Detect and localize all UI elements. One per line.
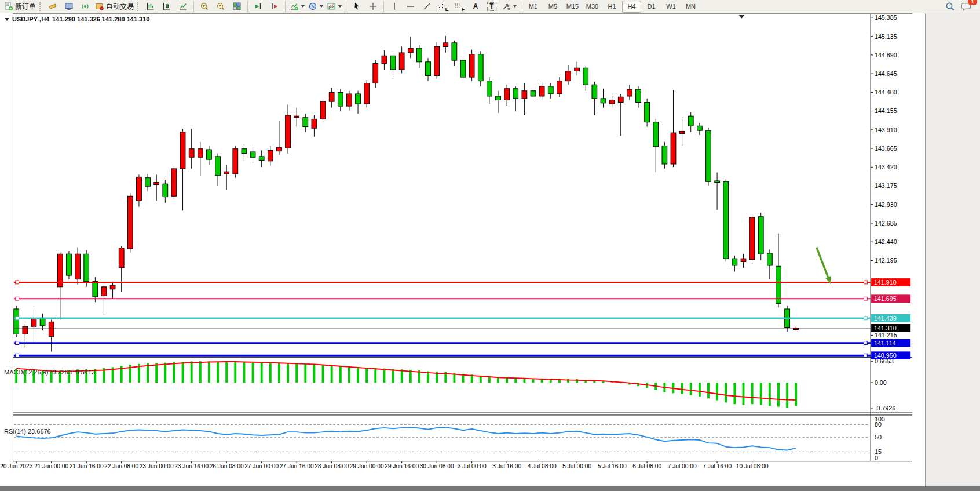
line-anchor[interactable]	[864, 317, 867, 320]
line-anchor[interactable]	[16, 317, 19, 320]
date-label[interactable]: 23 Jun 00:00	[140, 463, 174, 470]
new-order-button[interactable]: 新订单	[2, 0, 38, 13]
date-label[interactable]: 6 Jul 08:00	[632, 463, 661, 470]
timeframe-d1[interactable]: D1	[642, 1, 661, 13]
periods-button[interactable]	[306, 0, 325, 13]
timeframe-m15[interactable]: M15	[563, 1, 582, 13]
date-label[interactable]: 29 Jun 16:00	[385, 463, 419, 470]
indicators-button[interactable]	[288, 0, 306, 13]
date-label[interactable]: 10 Jul 08:00	[736, 463, 769, 470]
candle	[741, 254, 746, 268]
arrow-annotation[interactable]	[817, 248, 831, 284]
timeframe-m5[interactable]: M5	[543, 1, 562, 13]
crosshair-tool-button[interactable]	[365, 0, 381, 13]
date-label[interactable]: 30 Jun 08:00	[420, 463, 454, 470]
candle-body	[242, 149, 247, 154]
date-label[interactable]: 23 Jun 16:00	[174, 463, 209, 470]
candle-body	[566, 71, 571, 81]
line-anchor[interactable]	[16, 297, 19, 300]
hline-140950[interactable]: 140.950	[14, 351, 910, 359]
line-anchor[interactable]	[864, 281, 867, 284]
hline-141114[interactable]: 141.114	[14, 339, 910, 347]
line-anchor[interactable]	[864, 354, 867, 357]
candle-body	[163, 184, 168, 197]
macd-histogram-bar	[191, 361, 193, 383]
trendline-tool-button[interactable]	[419, 0, 435, 13]
arrows-tool-button[interactable]	[500, 0, 518, 13]
templates-button[interactable]	[325, 0, 343, 13]
date-label[interactable]: 27 Jun 16:00	[280, 463, 314, 470]
hline-tool-button[interactable]	[403, 0, 419, 13]
timeframe-m30[interactable]: M30	[583, 1, 602, 13]
tile-windows-icon	[232, 2, 242, 11]
date-label[interactable]: 27 Jun 00:00	[244, 463, 279, 470]
candle	[627, 85, 632, 100]
candle-body	[84, 254, 89, 281]
vline-tool-button[interactable]	[386, 0, 403, 13]
cursor-tool-button[interactable]	[349, 0, 365, 13]
chart-canvas[interactable]: 141.910141.695141.439141.310141.114140.9…	[0, 13, 925, 486]
line-anchor[interactable]	[16, 341, 19, 345]
timeframe-w1[interactable]: W1	[661, 1, 681, 13]
date-label[interactable]: 3 Jul 16:00	[492, 463, 521, 470]
timeframe-m1[interactable]: M1	[524, 1, 543, 13]
tile-windows-button[interactable]	[229, 0, 245, 13]
channel-tool-button[interactable]: E	[435, 0, 451, 13]
date-label[interactable]: 21 Jun 00:00	[34, 463, 68, 470]
timeframe-h4[interactable]: H4	[622, 1, 641, 13]
date-label[interactable]: 26 Jun 08:00	[210, 463, 244, 470]
styler-button[interactable]	[45, 0, 61, 13]
macd-histogram-bar	[725, 383, 727, 402]
bar-chart-mode-button[interactable]	[142, 0, 159, 13]
line-anchor[interactable]	[16, 281, 19, 284]
timeframe-mn[interactable]: MN	[681, 1, 700, 13]
line-chart-mode-button[interactable]	[175, 0, 191, 13]
date-label[interactable]: 28 Jun 08:00	[315, 463, 349, 470]
date-label[interactable]: 3 Jul 00:00	[458, 463, 487, 470]
line-anchor[interactable]	[16, 354, 19, 357]
macd-layer	[15, 361, 797, 408]
label-tool-button[interactable]: T	[484, 0, 500, 13]
hline-141439[interactable]: 141.439	[14, 314, 910, 322]
toolbar-grip	[39, 2, 43, 11]
candle	[426, 58, 431, 81]
chart-shift-button[interactable]	[266, 0, 283, 13]
candle-body	[320, 101, 326, 119]
macd-histogram-bar	[707, 383, 710, 398]
candle	[312, 115, 317, 137]
fibonacci-icon	[454, 2, 462, 11]
auto-scroll-button[interactable]	[250, 0, 266, 13]
search-button[interactable]	[942, 0, 958, 13]
line-anchor[interactable]	[864, 297, 867, 300]
date-label[interactable]: 7 Jul 00:00	[668, 463, 697, 470]
profile-button[interactable]	[61, 0, 77, 13]
date-label[interactable]: 21 Jun 16:00	[70, 463, 104, 470]
chart-dropdown-caret-icon[interactable]	[5, 18, 9, 21]
candle	[583, 66, 588, 90]
signal-button[interactable]	[77, 0, 93, 13]
zoom-in-button[interactable]	[196, 0, 213, 13]
candle	[767, 249, 772, 279]
date-label[interactable]: 5 Jul 16:00	[598, 463, 627, 470]
arrow-shaft[interactable]	[817, 248, 828, 277]
auto-trade-button[interactable]: 自动交易	[93, 0, 136, 13]
date-label[interactable]: 4 Jul 08:00	[528, 463, 557, 470]
date-label[interactable]: 29 Jun 00:00	[350, 463, 384, 470]
price-tick-label: 142.440	[875, 238, 897, 245]
date-label[interactable]: 7 Jul 16:00	[703, 463, 732, 470]
bid-line[interactable]: 141.310	[14, 324, 910, 332]
fibonacci-tool-button[interactable]: F	[451, 0, 467, 13]
chart-window: 141.910141.695141.439141.310141.114140.9…	[0, 13, 980, 486]
line-anchor[interactable]	[864, 341, 867, 345]
chat-button[interactable]: 1	[958, 0, 974, 13]
text-tool-button[interactable]: A	[467, 0, 484, 13]
candle	[189, 129, 194, 169]
candle	[715, 172, 720, 209]
date-label[interactable]: 5 Jul 00:00	[562, 463, 591, 470]
date-label[interactable]: 20 Jun 2023	[0, 463, 32, 470]
chart-shift-marker-icon[interactable]	[739, 15, 745, 19]
candlestick-mode-button[interactable]	[159, 0, 175, 13]
zoom-out-button[interactable]	[213, 0, 229, 13]
date-label[interactable]: 22 Jun 08:00	[104, 463, 138, 470]
timeframe-h1[interactable]: H1	[602, 1, 621, 13]
